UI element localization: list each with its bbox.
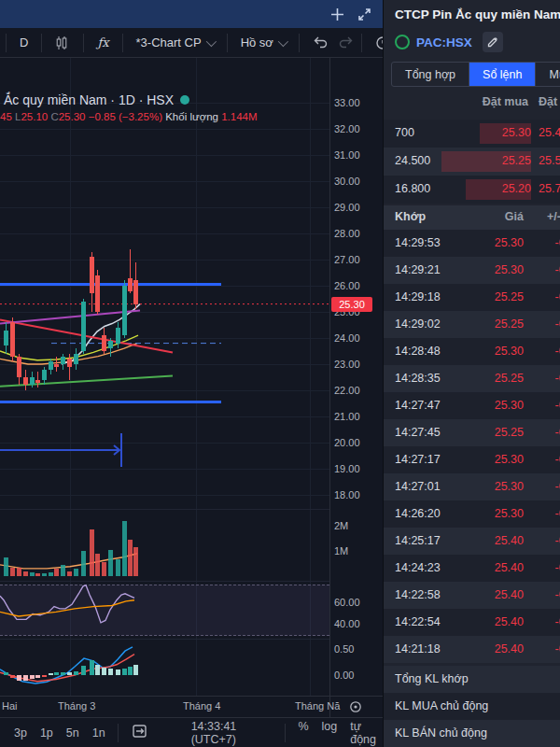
scale-button[interactable]: log	[315, 720, 344, 746]
rsi-line	[0, 585, 134, 623]
ohlc-part: Khối lượng	[165, 111, 221, 122]
volume-bar	[54, 569, 59, 576]
candle-body	[90, 257, 94, 293]
volume-bar	[128, 540, 133, 576]
candle-body	[67, 359, 72, 366]
candle-body	[49, 361, 53, 369]
scale-button[interactable]: tự động	[343, 720, 383, 746]
summary-row: KL MUA chủ động	[384, 693, 560, 720]
macd-histogram-bar	[10, 675, 15, 678]
range-button-1n[interactable]: 1n	[86, 726, 112, 740]
time-axis-label: Tháng 3	[58, 700, 95, 712]
macd-histogram-bar	[54, 672, 59, 675]
trade-row: 14:27:0125.30-0.85	[384, 473, 560, 500]
trade-row: 14:29:0225.25-0.90	[384, 311, 560, 338]
scale-button[interactable]: %	[291, 720, 315, 746]
trade-row: 14:29:5325.30-0.85	[384, 230, 560, 257]
trade-change: -0.85	[384, 507, 560, 520]
candle-body	[17, 357, 21, 377]
trade-change: -0.75	[384, 534, 560, 547]
macd-histogram-bar	[74, 671, 78, 675]
pencil-icon	[487, 36, 498, 48]
candle-body	[42, 370, 47, 380]
range-button-3p[interactable]: 3p	[7, 726, 34, 740]
macd-histogram-bar	[42, 675, 47, 677]
trade-row: 14:22:5425.40-0.75	[384, 609, 560, 636]
summary-label: Tổng KL khớp	[395, 672, 469, 685]
trading-app: D ƒx *3-Chart CP Hồ sơ 33.0032.0031.00	[0, 0, 560, 747]
macd-histogram-bar	[116, 669, 120, 675]
candle-body	[122, 286, 127, 335]
calendar-arrow-icon	[132, 724, 148, 739]
summary-label: KL BÁN chủ động	[395, 726, 487, 740]
macd-histogram-bar	[35, 675, 40, 678]
macd-histogram-bar	[90, 660, 94, 675]
bid-price: 25.20	[384, 182, 531, 195]
ask-column-header: Đặt bán	[539, 95, 560, 108]
summary-label: KL MUA chủ động	[395, 699, 488, 712]
company-logo	[395, 35, 410, 49]
tab-active-1[interactable]: Sổ lệnh	[469, 63, 536, 86]
bottom-toolbar: 3p1p5n1n 14:33:41 (UTC+7) %logtự động	[0, 717, 383, 747]
order-book-row[interactable]: 70025.3025.40	[384, 120, 560, 148]
order-book-row[interactable]: 16.80025.2025.70	[384, 176, 560, 204]
drawing-trend-line	[0, 311, 140, 324]
tab-0[interactable]: Tổng hợp	[392, 63, 469, 86]
trade-change: -0.85	[384, 399, 560, 412]
trade-row: 14:25:1725.40-0.75	[384, 528, 560, 555]
trade-change: -0.75	[384, 561, 560, 574]
candle-wick	[69, 354, 70, 380]
axis-settings-icon[interactable]	[349, 700, 362, 713]
candle-body	[10, 322, 15, 356]
chart-legend-title[interactable]: Ắc quy miền Nam · 1D · HSX	[4, 92, 189, 107]
symbol-title: Ắc quy miền Nam · 1D · HSX	[4, 92, 174, 107]
macd-histogram-bar	[102, 668, 106, 675]
summary-row: KL BÁN chủ động	[384, 720, 560, 747]
macd-histogram-bar	[122, 669, 127, 675]
goto-date-button[interactable]	[124, 724, 156, 741]
symbol-ticker[interactable]: PAC:HSX	[416, 35, 472, 49]
volume-bar	[74, 569, 78, 576]
range-button-5n[interactable]: 5n	[60, 726, 86, 740]
tab-2[interactable]: Mức giá	[536, 63, 560, 86]
time-axis[interactable]: HaiTháng 3Tháng 4Tháng Nă	[0, 696, 383, 717]
company-name: CTCP Pin Ắc quy miền Nam	[395, 7, 560, 21]
volume-bar	[95, 554, 100, 576]
chart-pane[interactable]: D ƒx *3-Chart CP Hồ sơ 33.0032.0031.00	[0, 0, 383, 747]
watch-panel: CTCP Pin Ắc quy miền Nam PAC:HSX Tổng hợ…	[383, 0, 560, 747]
trade-change: -0.85	[384, 345, 560, 358]
trade-row: 14:28:3525.25-0.90	[384, 365, 560, 392]
time-axis-label: Tháng 4	[183, 700, 220, 712]
candle-body	[54, 364, 59, 367]
trade-table-header: KhớpGiá+/-	[384, 205, 560, 230]
clock-label[interactable]: 14:33:41 (UTC+7)	[191, 720, 273, 746]
volume-bar	[108, 550, 113, 576]
volume-bar	[17, 568, 21, 576]
ohlc-part: 25.30	[59, 111, 89, 122]
order-book-row[interactable]: 24.50025.2525.50	[384, 148, 560, 176]
trade-row: 14:27:1725.30-0.85	[384, 446, 560, 473]
trade-change: -0.85	[384, 453, 560, 466]
volume-bar	[90, 529, 94, 576]
edit-symbol-button[interactable]	[483, 32, 503, 52]
header-change: +/-	[547, 210, 560, 223]
range-button-1p[interactable]: 1p	[34, 726, 60, 740]
macd-histogram-bar	[108, 669, 113, 675]
ask-price: 25.50	[539, 154, 560, 167]
candle-body	[128, 278, 133, 291]
macd-histogram-bar	[4, 672, 8, 675]
macd-histogram-bar	[95, 665, 100, 675]
header-price: Giá	[384, 210, 524, 223]
time-axis-label: Hai	[2, 700, 18, 712]
trade-change: -0.85	[384, 263, 560, 276]
bid-price: 25.30	[384, 126, 531, 139]
macd-histogram-bar	[17, 675, 21, 681]
candle-body	[108, 341, 113, 348]
trade-change: -0.85	[384, 480, 560, 493]
trade-row: 14:28:4825.30-0.85	[384, 338, 560, 365]
trade-row: 14:29:2125.30-0.85	[384, 257, 560, 284]
ohlc-part: 45	[0, 111, 15, 122]
macd-histogram-bar	[61, 672, 65, 675]
trade-change: -0.90	[384, 372, 560, 385]
ohlc-part: 1.144M	[221, 111, 257, 122]
